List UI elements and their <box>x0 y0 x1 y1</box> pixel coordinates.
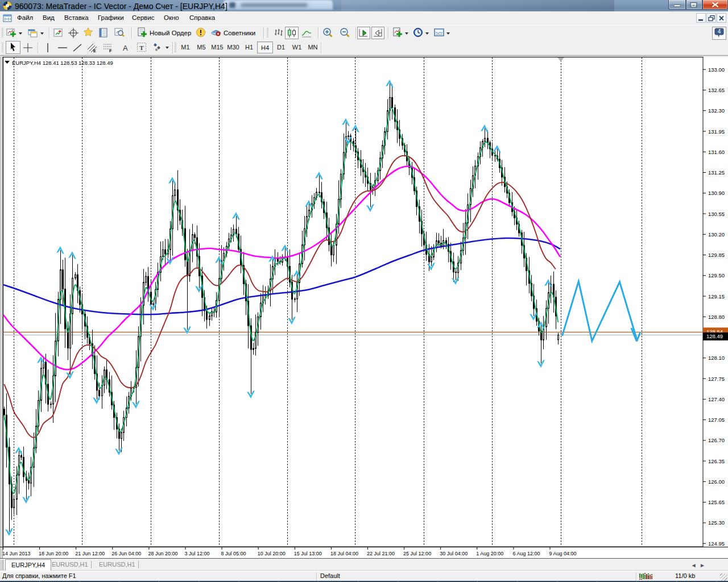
svg-text:14 Jun 2013: 14 Jun 2013 <box>2 551 31 556</box>
svg-text:15 Jul 13:00: 15 Jul 13:00 <box>294 551 322 556</box>
svg-text:21 Jun 12:00: 21 Jun 12:00 <box>75 551 105 556</box>
svg-text:131.25: 131.25 <box>708 169 725 176</box>
svg-text:F: F <box>109 49 112 53</box>
svg-text:129.15: 129.15 <box>708 293 725 300</box>
svg-text:128.10: 128.10 <box>708 355 725 361</box>
svg-text:128.49: 128.49 <box>706 333 723 339</box>
svg-text:8 Jul 05:00: 8 Jul 05:00 <box>221 551 246 556</box>
svg-text:126.00: 126.00 <box>708 479 725 485</box>
svg-text:126.70: 126.70 <box>708 437 725 443</box>
svg-text:131.95: 131.95 <box>708 128 725 135</box>
svg-text:E: E <box>93 49 96 53</box>
svg-text:30 Jul 04:00: 30 Jul 04:00 <box>440 551 468 556</box>
svg-text:132.65: 132.65 <box>708 87 725 93</box>
svg-text:129.50: 129.50 <box>708 272 725 278</box>
svg-text:4: 4 <box>718 28 721 35</box>
svg-text:6 Aug 12:00: 6 Aug 12:00 <box>512 551 540 556</box>
svg-text:127.75: 127.75 <box>708 376 725 382</box>
svg-text:T: T <box>139 44 144 51</box>
svg-text:132.30: 132.30 <box>708 107 725 114</box>
svg-text:EURJPY,H4 128.41 128.53 128.3: EURJPY,H4 128.41 128.53 128.33 128.49 <box>12 60 113 66</box>
svg-text:18 Jul 04:00: 18 Jul 04:00 <box>330 551 358 556</box>
svg-text:3 Jul 12:00: 3 Jul 12:00 <box>185 551 210 556</box>
svg-text:22 Jul 21:00: 22 Jul 21:00 <box>367 551 395 556</box>
svg-text:129.85: 129.85 <box>708 252 725 258</box>
svg-text:9 Aug 04:00: 9 Aug 04:00 <box>549 551 577 556</box>
svg-text:26 Jun 04:00: 26 Jun 04:00 <box>111 551 141 556</box>
svg-text:128.80: 128.80 <box>708 314 725 320</box>
svg-text:125.65: 125.65 <box>708 499 725 505</box>
svg-text:1 Aug 20:00: 1 Aug 20:00 <box>476 551 503 556</box>
svg-text:10 Jul 20:00: 10 Jul 20:00 <box>258 551 286 556</box>
svg-text:126.35: 126.35 <box>708 458 725 464</box>
svg-text:127.05: 127.05 <box>708 417 725 423</box>
svg-text:131.60: 131.60 <box>708 149 725 155</box>
svg-text:125.30: 125.30 <box>708 519 725 526</box>
svg-text:28 Jun 20:00: 28 Jun 20:00 <box>148 551 177 556</box>
svg-text:130.90: 130.90 <box>708 190 725 196</box>
svg-text:124.95: 124.95 <box>708 541 725 547</box>
svg-text:133.00: 133.00 <box>708 66 725 73</box>
svg-text:25 Jul 12:00: 25 Jul 12:00 <box>403 551 431 556</box>
svg-text:127.40: 127.40 <box>708 396 725 402</box>
svg-text:130.55: 130.55 <box>708 211 725 217</box>
svg-text:18 Jun 20:00: 18 Jun 20:00 <box>39 551 68 556</box>
svg-text:130.20: 130.20 <box>708 231 725 238</box>
